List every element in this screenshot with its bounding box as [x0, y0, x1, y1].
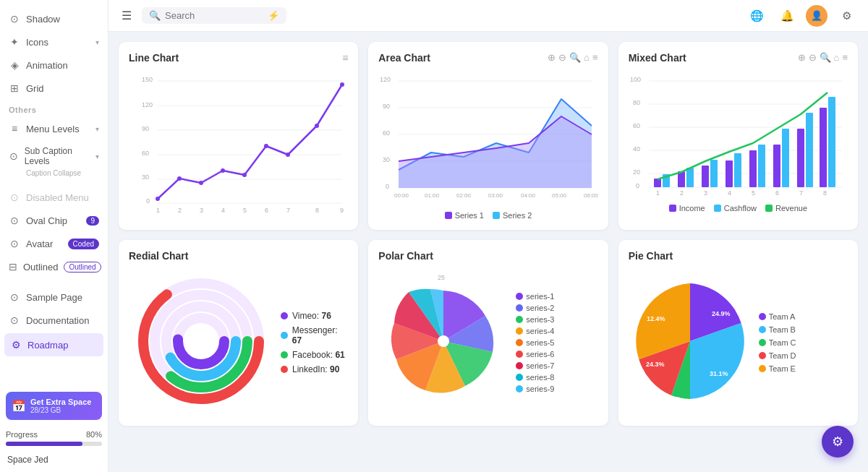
legend-series8: series-8 — [516, 373, 554, 382]
legend-label-linkedin: LinkedIn: 90 — [292, 364, 339, 374]
user-label: Space Jed — [0, 450, 108, 472]
search-input[interactable] — [165, 10, 263, 21]
line-chart-title: Line Chart — [129, 52, 348, 64]
zoom-icon[interactable]: 🔍 — [820, 52, 831, 63]
menu-icon[interactable]: ≡ — [842, 52, 848, 63]
svg-text:6: 6 — [775, 189, 779, 197]
legend-color-cashflow — [714, 205, 721, 212]
svg-text:25: 25 — [438, 274, 445, 281]
svg-text:05:00: 05:00 — [552, 192, 567, 199]
home-icon[interactable]: ⌂ — [834, 52, 840, 63]
zoom-in-icon[interactable]: ⊕ — [798, 52, 806, 63]
svg-text:120: 120 — [142, 101, 153, 108]
legend-label-series2: Series 2 — [503, 211, 532, 220]
sidebar-item-sample-page[interactable]: ⊙ Sample Page — [0, 286, 108, 309]
svg-rect-67 — [797, 129, 804, 187]
sidebar-item-roadmap[interactable]: ⚙ Roadmap — [4, 333, 103, 356]
svg-point-18 — [286, 153, 290, 157]
home-icon[interactable]: ⌂ — [584, 52, 590, 63]
chip-coded: Coded — [68, 239, 99, 249]
legend-label-messenger: Messenger: 67 — [292, 325, 349, 346]
legend-cashflow: Cashflow — [714, 204, 757, 213]
legend-series1: series-1 — [516, 292, 554, 301]
sidebar-item-avatar[interactable]: ⊙ Avatar Coded — [0, 232, 108, 255]
legend-team-e: Team E — [759, 364, 796, 373]
search-bar[interactable]: 🔍 ⚡ — [142, 7, 286, 24]
svg-text:5: 5 — [243, 207, 247, 214]
calendar-icon: 📅 — [12, 399, 26, 413]
menu-levels-icon: ≡ — [9, 123, 20, 134]
line-chart-menu[interactable]: ≡ — [342, 52, 348, 64]
zoom-out-icon[interactable]: ⊖ — [558, 52, 566, 63]
progress-section: Progress 80% — [0, 426, 108, 450]
svg-rect-70 — [686, 168, 694, 187]
roadmap-icon: ⚙ — [10, 339, 22, 351]
svg-point-20 — [340, 82, 344, 87]
translate-button[interactable]: 🌐 — [745, 4, 768, 27]
progress-value: 80% — [86, 430, 102, 439]
zoom-out-icon[interactable]: ⊖ — [809, 52, 817, 63]
badge-9: 9 — [86, 216, 99, 226]
svg-text:03:00: 03:00 — [488, 192, 503, 199]
legend-color-team-d — [759, 352, 766, 359]
polar-chart-legend: series-1 series-2 series-3 — [516, 292, 554, 393]
main-content: Line Chart ≡ 150 120 90 60 30 0 — [109, 32, 868, 472]
search-icon: 🔍 — [149, 10, 161, 21]
svg-text:3: 3 — [704, 189, 707, 197]
polar-chart-title: Polar Chart — [378, 250, 597, 262]
get-space-card[interactable]: 📅 Get Extra Space 28/23 GB — [6, 392, 102, 420]
legend-color-s2 — [516, 304, 523, 312]
hamburger-menu[interactable]: ☰ — [119, 6, 135, 25]
sidebar-item-sub-caption[interactable]: ⊙ Sub Caption Levels ▾ Caption Collapse — [0, 140, 108, 186]
sidebar-item-animation[interactable]: ◈ Animation — [0, 53, 108, 77]
svg-text:7: 7 — [799, 189, 803, 197]
legend-linkedin: LinkedIn: 90 — [281, 364, 348, 374]
svg-marker-41 — [399, 116, 592, 188]
area-chart-legend: Series 1 Series 2 — [378, 211, 597, 220]
notification-button[interactable]: 🔔 — [775, 4, 799, 27]
zoom-icon[interactable]: 🔍 — [569, 52, 581, 63]
fab-button[interactable]: ⚙ — [822, 426, 854, 458]
legend-color-series2 — [493, 212, 500, 219]
svg-text:12.4%: 12.4% — [647, 315, 665, 322]
sidebar-item-icons[interactable]: ✦ Icons ▾ — [0, 30, 108, 53]
svg-text:30: 30 — [142, 173, 149, 181]
svg-text:24.3%: 24.3% — [646, 361, 665, 368]
svg-rect-66 — [773, 145, 780, 187]
menu-icon[interactable]: ≡ — [592, 52, 598, 63]
legend-color-linkedin — [281, 366, 288, 373]
avatar[interactable]: 👤 — [806, 5, 827, 27]
zoom-in-icon[interactable]: ⊕ — [548, 52, 556, 63]
legend-team-d: Team D — [759, 351, 796, 360]
svg-text:04:00: 04:00 — [521, 192, 536, 199]
legend-color-team-c — [759, 339, 766, 346]
sidebar-item-grid[interactable]: ⊞ Grid — [0, 77, 108, 100]
legend-facebook: Facebook: 61 — [281, 350, 348, 360]
svg-text:20: 20 — [633, 168, 640, 176]
oval-chip-icon: ⊙ — [9, 215, 20, 226]
sidebar-item-documentation[interactable]: ⊙ Documentation — [0, 309, 108, 332]
legend-income: Income — [669, 204, 705, 213]
mixed-chart-legend: Income Cashflow Revenue — [629, 204, 848, 213]
filter-icon[interactable]: ⚡ — [268, 10, 279, 21]
sidebar-item-shadow[interactable]: ⊙ Shadow — [0, 7, 108, 30]
progress-bar-fill — [6, 442, 82, 446]
svg-text:60: 60 — [633, 122, 640, 129]
svg-text:3: 3 — [200, 207, 203, 214]
animation-icon: ◈ — [9, 59, 20, 71]
sidebar-item-oval-chip[interactable]: ⊙ Oval Chip 9 — [0, 209, 108, 232]
svg-text:06:00: 06:00 — [584, 192, 599, 199]
sample-page-icon: ⊙ — [9, 291, 20, 303]
sidebar-item-outlined[interactable]: ⊟ Outlined Outlined — [0, 255, 108, 278]
chip-outlined: Outlined — [64, 262, 101, 273]
sidebar-item-menu-levels[interactable]: ≡ Menu Levels ▾ — [0, 117, 108, 140]
svg-text:24.9%: 24.9% — [712, 310, 731, 317]
svg-text:30: 30 — [383, 156, 390, 163]
svg-text:6: 6 — [265, 207, 268, 214]
svg-text:0: 0 — [386, 183, 389, 190]
progress-label: Progress — [6, 430, 38, 439]
legend-color-series1 — [445, 212, 452, 219]
legend-series4: series-4 — [516, 327, 554, 335]
settings-button[interactable]: ⚙ — [835, 4, 858, 27]
svg-text:80: 80 — [633, 99, 640, 106]
